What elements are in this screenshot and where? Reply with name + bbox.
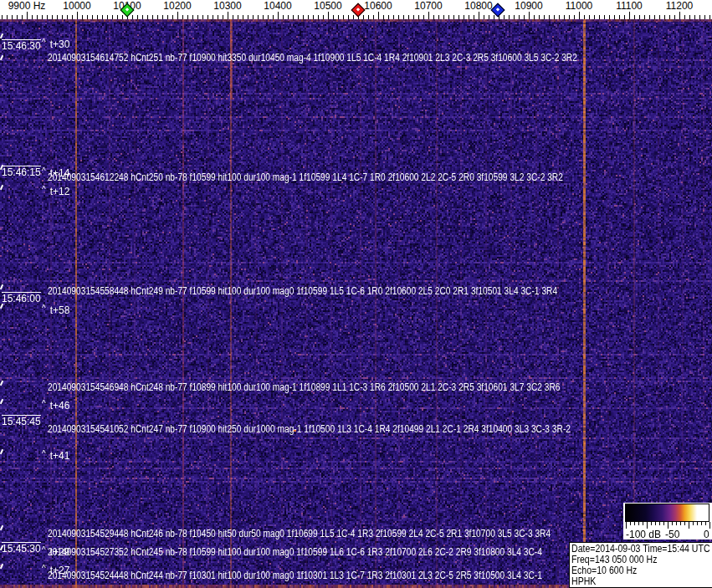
ruler-minor-tick bbox=[589, 15, 590, 19]
ruler-minor-tick bbox=[107, 15, 108, 19]
ruler-minor-tick bbox=[634, 15, 635, 19]
colorbar-gradient bbox=[625, 504, 709, 522]
ruler-minor-tick bbox=[609, 15, 610, 19]
ruler-minor-tick bbox=[644, 15, 645, 19]
ruler-minor-tick bbox=[709, 15, 710, 19]
ruler-minor-tick bbox=[253, 15, 254, 19]
ruler-minor-tick bbox=[207, 15, 208, 19]
ruler-major-tick bbox=[579, 12, 580, 19]
colorbar-tick bbox=[663, 522, 664, 525]
ruler-minor-tick bbox=[659, 15, 660, 19]
event-marker: ^t+46 bbox=[42, 399, 69, 412]
event-marker-label: t+14 bbox=[50, 167, 70, 179]
ruler-minor-tick bbox=[102, 15, 103, 19]
ruler-minor-tick bbox=[353, 15, 354, 19]
colorbar-tick bbox=[659, 522, 660, 525]
ruler-minor-tick bbox=[398, 15, 399, 19]
time-label: 15:46:00 bbox=[2, 292, 41, 304]
ruler-minor-tick bbox=[62, 15, 63, 19]
ruler-minor-tick bbox=[218, 15, 218, 19]
caret-icon: ^ bbox=[42, 564, 46, 573]
ruler-minor-tick bbox=[594, 15, 595, 19]
event-marker: ^t+41 bbox=[42, 449, 69, 462]
ruler-minor-tick bbox=[684, 15, 685, 19]
colorbar-tick bbox=[701, 522, 702, 525]
ruler-minor-tick bbox=[458, 15, 459, 19]
ruler-minor-tick bbox=[142, 15, 143, 19]
caret-icon: ^ bbox=[42, 304, 46, 313]
ruler-minor-tick bbox=[544, 15, 545, 19]
event-marker-label: t+27 bbox=[50, 565, 70, 576]
frequency-ruler: 9900 Hz100001010010200103001040010500106… bbox=[0, 0, 712, 19]
ruler-minor-tick bbox=[172, 15, 173, 19]
status-info-box: Date=2014-09-03 Time=15:44 UTC Freq=143 … bbox=[569, 542, 712, 588]
ruler-major-tick bbox=[328, 12, 329, 19]
ruler-minor-tick bbox=[12, 15, 13, 19]
ruler-minor-tick bbox=[92, 15, 93, 19]
ruler-minor-tick bbox=[559, 15, 560, 19]
colorbar-tick bbox=[651, 522, 652, 525]
ruler-minor-tick bbox=[303, 15, 304, 19]
ruler-minor-tick bbox=[383, 15, 384, 19]
ruler-minor-tick bbox=[223, 15, 223, 19]
caret-icon: ^ bbox=[42, 399, 46, 408]
marker-green-dot bbox=[125, 8, 129, 11]
ruler-minor-tick bbox=[72, 15, 73, 19]
db-colorbar: -100 dB-500 bbox=[623, 503, 712, 539]
ruler-minor-tick bbox=[338, 15, 339, 19]
ruler-minor-tick bbox=[323, 15, 324, 19]
ruler-minor-tick bbox=[162, 15, 163, 19]
ruler-minor-tick bbox=[438, 15, 439, 19]
event-marker: ^t+58 bbox=[42, 304, 69, 316]
ruler-major-tick bbox=[679, 12, 680, 19]
colorbar-db-label: -50 bbox=[665, 529, 679, 540]
ruler-minor-tick bbox=[32, 15, 33, 19]
ruler-minor-tick bbox=[233, 15, 233, 19]
ruler-minor-tick bbox=[418, 15, 419, 19]
ruler-minor-tick bbox=[122, 15, 123, 19]
ruler-minor-tick bbox=[624, 15, 625, 19]
ruler-minor-tick bbox=[132, 15, 133, 19]
ruler-freq-label: 11200 bbox=[638, 0, 712, 12]
colorbar-tick bbox=[672, 522, 673, 525]
ruler-minor-tick bbox=[213, 15, 213, 19]
colorbar-tick bbox=[693, 522, 694, 525]
ruler-minor-tick bbox=[599, 15, 600, 19]
marker-blue-dot bbox=[496, 8, 499, 11]
ruler-minor-tick bbox=[514, 15, 515, 19]
colorbar-tick bbox=[634, 522, 635, 525]
ruler-minor-tick bbox=[469, 15, 469, 19]
ruler-minor-tick bbox=[534, 15, 535, 19]
colorbar-tick bbox=[668, 522, 668, 529]
ruler-minor-tick bbox=[192, 15, 193, 19]
ruler-major-tick bbox=[228, 12, 228, 19]
ruler-minor-tick bbox=[504, 15, 505, 19]
ruler-minor-tick bbox=[87, 15, 88, 19]
ruler-minor-tick bbox=[67, 15, 68, 19]
ruler-minor-tick bbox=[669, 15, 670, 19]
colorbar-db-label: -100 dB bbox=[626, 529, 661, 540]
ruler-minor-tick bbox=[243, 15, 243, 19]
ruler-minor-tick bbox=[509, 15, 510, 19]
ruler-minor-tick bbox=[97, 15, 98, 19]
caret-icon: ^ bbox=[42, 38, 46, 47]
ruler-minor-tick bbox=[604, 15, 605, 19]
ruler-major-tick bbox=[629, 12, 630, 19]
echo-log-line: 20140903154527352 hCnt245 nb-78 f10599 h… bbox=[48, 546, 542, 558]
event-marker-label: t+30 bbox=[50, 38, 70, 50]
colorbar-tick bbox=[630, 522, 631, 525]
ruler-minor-tick bbox=[263, 15, 264, 19]
ruler-minor-tick bbox=[453, 15, 454, 19]
ruler-minor-tick bbox=[187, 15, 188, 19]
ruler-minor-tick bbox=[423, 15, 424, 19]
event-marker: ^t+12 bbox=[42, 185, 69, 197]
ruler-minor-tick bbox=[393, 15, 394, 19]
ruler-minor-tick bbox=[524, 15, 525, 19]
ruler-minor-tick bbox=[258, 15, 259, 19]
ruler-minor-tick bbox=[283, 15, 284, 19]
ruler-major-tick bbox=[428, 12, 429, 19]
event-marker-label: t+29 bbox=[50, 546, 70, 558]
colorbar-tick bbox=[676, 522, 677, 525]
event-marker: ^t+14 bbox=[42, 166, 69, 179]
caret-icon: ^ bbox=[42, 185, 46, 194]
